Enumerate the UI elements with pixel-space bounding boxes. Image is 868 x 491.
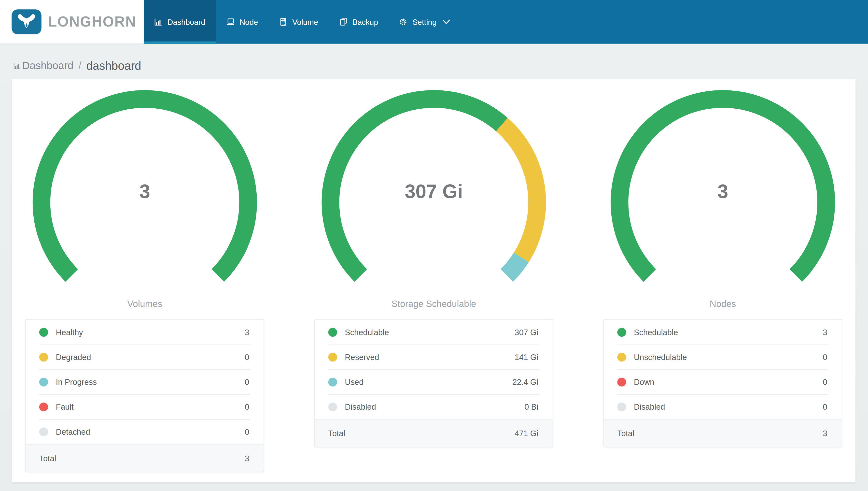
gauge-center-value: 3 [603, 180, 842, 203]
legend-label[interactable]: Detached [56, 427, 90, 436]
total-label: Total [617, 429, 634, 438]
chevron-down-icon [442, 18, 451, 26]
volumes-panel: 3 Volumes Healthy 3 Degraded 0 In Progre… [26, 91, 264, 471]
legend-label[interactable]: Fault [56, 402, 74, 411]
top-navbar: LONGHORN Dashboard Node [0, 0, 868, 44]
breadcrumb-separator: / [79, 59, 81, 72]
legend-label[interactable]: Degraded [56, 352, 91, 361]
table-row[interactable]: Healthy 3 [26, 320, 264, 345]
legend-value: 0 [245, 377, 249, 386]
legend-label[interactable]: Unschedulable [634, 352, 687, 361]
legend-label[interactable]: Healthy [56, 327, 83, 337]
legend-dot [329, 327, 337, 337]
nav-item-label: Volume [292, 18, 318, 26]
table-total-row: Total 3 [604, 419, 842, 447]
table-row[interactable]: Detached 0 [26, 419, 264, 444]
gauge-center-label: Volumes [26, 298, 264, 309]
gauge-center-label: Storage Schedulable [314, 298, 553, 309]
legend-dot [39, 377, 48, 386]
bar-chart-icon [154, 18, 163, 26]
storage-gauge: 307 Gi Storage Schedulable [314, 91, 553, 319]
legend-dot [39, 327, 48, 337]
nav-item-label: Node [240, 18, 258, 26]
total-value: 3 [823, 429, 827, 438]
table-row[interactable]: In Progress 0 [26, 369, 264, 394]
table-row[interactable]: Disabled 0 Bi [315, 394, 553, 419]
total-value: 471 Gi [515, 429, 538, 438]
legend-label[interactable]: Schedulable [634, 327, 678, 337]
legend-value: 307 Gi [515, 327, 538, 337]
nav-item-backup[interactable]: Backup [329, 0, 389, 44]
legend-label[interactable]: Disabled [634, 402, 665, 411]
table-row[interactable]: Reserved 141 Gi [315, 345, 553, 369]
table-row[interactable]: Schedulable 3 [604, 320, 842, 345]
total-label: Total [329, 429, 345, 438]
server-stack-icon [279, 18, 287, 26]
table-row[interactable]: Unschedulable 0 [604, 345, 842, 369]
nav-item-node[interactable]: Node [216, 0, 269, 44]
legend-value: 0 [245, 402, 249, 411]
legend-value: 0 [823, 352, 827, 361]
storage-panel: 307 Gi Storage Schedulable Schedulable 3… [314, 91, 553, 471]
table-row[interactable]: Schedulable 307 Gi [315, 320, 553, 345]
legend-dot [39, 402, 48, 411]
legend-label[interactable]: Disabled [345, 402, 376, 411]
legend-value: 22.4 Gi [513, 377, 538, 386]
legend-label[interactable]: Down [634, 377, 654, 386]
legend-label[interactable]: Reserved [345, 352, 379, 361]
legend-label[interactable]: In Progress [56, 377, 97, 386]
gauge-center-value: 307 Gi [314, 180, 553, 203]
nav-item-volume[interactable]: Volume [269, 0, 329, 44]
total-value: 3 [245, 454, 249, 462]
legend-dot [329, 402, 337, 411]
nodes-panel: 3 Nodes Schedulable 3 Unschedulable 0 Do… [603, 91, 842, 471]
nav-item-label: Dashboard [167, 18, 205, 26]
table-total-row: Total 471 Gi [315, 419, 553, 447]
table-row[interactable]: Used 22.4 Gi [315, 369, 553, 394]
legend-label[interactable]: Schedulable [345, 327, 389, 337]
breadcrumb: Dashboard / dashboard [0, 44, 868, 71]
nav-item-label: Backup [352, 18, 378, 26]
legend-dot [39, 352, 48, 361]
legend-value: 0 [245, 352, 249, 361]
legend-value: 3 [245, 327, 249, 337]
legend-value: 0 [823, 377, 827, 386]
storage-legend-table: Schedulable 307 Gi Reserved 141 Gi Used … [314, 319, 553, 447]
legend-dot [329, 377, 337, 386]
legend-value: 141 Gi [515, 352, 538, 361]
app: LONGHORN Dashboard Node [0, 0, 868, 491]
table-row[interactable]: Degraded 0 [26, 345, 264, 369]
legend-dot [617, 327, 626, 337]
dashboard-card: 3 Volumes Healthy 3 Degraded 0 In Progre… [12, 79, 856, 482]
brand-name: LONGHORN [48, 13, 136, 30]
bar-chart-icon [13, 62, 21, 69]
nav-item-dashboard[interactable]: Dashboard [144, 0, 216, 44]
gauge-center-value: 3 [26, 180, 264, 203]
nav-menu: Dashboard Node Volume [144, 0, 461, 44]
brand-logo[interactable]: LONGHORN [0, 0, 144, 44]
legend-value: 0 [823, 402, 827, 411]
volumes-legend-table: Healthy 3 Degraded 0 In Progress 0 Fault… [26, 319, 264, 472]
gear-icon [399, 18, 407, 26]
nodes-gauge: 3 Nodes [603, 91, 842, 319]
table-total-row: Total 3 [26, 444, 264, 472]
legend-dot [617, 402, 626, 411]
total-label: Total [39, 454, 56, 462]
legend-value: 3 [823, 327, 827, 337]
copy-icon [339, 18, 347, 26]
table-row[interactable]: Fault 0 [26, 394, 264, 419]
nav-item-label: Setting [412, 18, 436, 26]
legend-value: 0 [245, 427, 249, 436]
gauge-center-label: Nodes [603, 298, 842, 309]
nav-item-setting[interactable]: Setting [389, 0, 461, 44]
legend-dot [617, 352, 626, 361]
volumes-gauge: 3 Volumes [26, 91, 264, 319]
table-row[interactable]: Down 0 [604, 369, 842, 394]
legend-dot [329, 352, 337, 361]
table-row[interactable]: Disabled 0 [604, 394, 842, 419]
breadcrumb-section[interactable]: Dashboard [22, 59, 73, 72]
breadcrumb-current-page: dashboard [87, 59, 141, 72]
legend-label[interactable]: Used [345, 377, 364, 386]
laptop-icon [226, 18, 235, 26]
legend-dot [39, 427, 48, 436]
